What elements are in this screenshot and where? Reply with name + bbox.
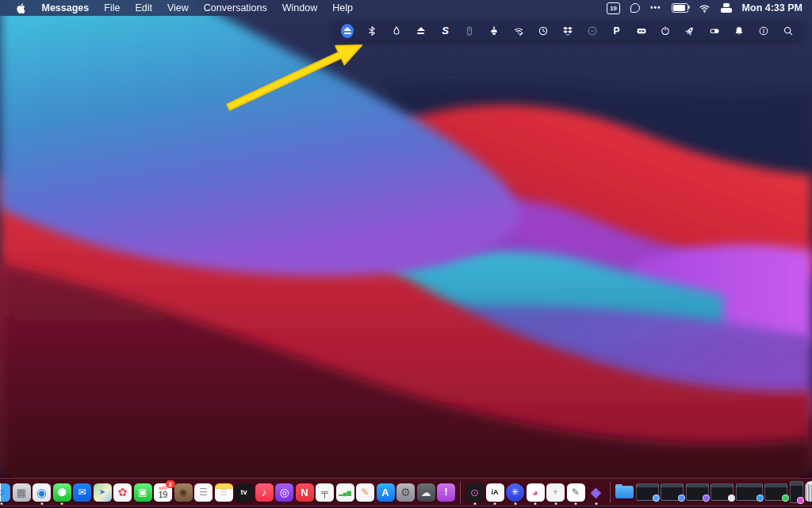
calendar-date-icon[interactable]: 19 [607,2,620,14]
creative-cloud-icon[interactable]: ∞ [586,25,599,37]
running-indicator [534,502,537,505]
pick-icon[interactable] [630,2,640,14]
dock-divider [460,482,461,503]
app-menus: FileEditViewConversationsWindowHelp [97,2,361,13]
dock-photos[interactable]: ✿ [113,483,132,502]
dock-hand-mirror[interactable]: ✳ [506,483,524,502]
dock-minimized-window[interactable] [710,483,733,501]
notifications-bell-icon[interactable] [733,25,745,37]
dock-facetime[interactable]: ▣ [134,483,152,502]
dock-calendar[interactable]: APR193 [154,483,172,502]
dock-hourglass-app[interactable]: ▼ [546,483,565,502]
dock-apple-tv[interactable]: tv [235,483,253,502]
dock-one-switch[interactable]: ⊙ [465,483,484,502]
dropbox-icon[interactable] [561,25,574,37]
dock-minimized-window[interactable] [764,483,787,501]
toggle-switch-icon[interactable] [708,25,721,37]
running-indicator [473,502,476,505]
dock-minimized-window[interactable] [636,483,659,501]
running-indicator [40,502,43,505]
trash-icon [805,483,812,502]
rocket-icon[interactable] [684,25,696,37]
dock-minimized-window[interactable] [686,483,709,501]
running-indicator [61,502,63,505]
menu-bar: Messages FileEditViewConversationsWindow… [0,0,812,16]
eject-icon[interactable] [415,25,427,37]
running-indicator [575,502,577,505]
droplet-icon[interactable] [390,25,403,37]
dock-disk-pie[interactable]: ◕ [527,483,545,502]
svg-text:∞: ∞ [590,28,594,33]
folder-icon [615,486,634,498]
desktop: { "menu_bar": { "active_app": "Messages"… [0,0,812,508]
search-icon[interactable] [782,25,795,37]
power-line-icon[interactable] [757,25,770,37]
menu-extras-bar: S∞P [333,21,802,40]
dock-launchpad[interactable]: ▦ [13,483,31,502]
menu-edit[interactable]: Edit [128,2,160,13]
dock-notepad-app[interactable]: ✎ [567,483,585,502]
dock-podcasts[interactable]: ◎ [275,483,293,502]
cleaner-brush-icon[interactable] [488,25,500,37]
apple-icon [16,2,26,14]
dock-minimized-window[interactable] [736,483,763,501]
running-indicator [0,502,2,505]
dock: ☺▦◉⬤✉➤✿▣APR193◉☰☰tv♪◎N╤▂▄▆✎A⚙☁!⊙iA✳◕▼✎◆ [0,478,812,506]
dock-divider [610,482,611,503]
dock-messages[interactable]: ⬤ [53,483,71,502]
wifi-signal-icon[interactable] [512,25,525,37]
running-indicator [554,502,557,505]
overflow-ellipsis-icon[interactable]: ••• [650,2,661,14]
paste-p-icon[interactable]: P [611,25,623,37]
dock-safari[interactable]: ◉ [33,483,51,502]
battery-icon[interactable] [672,2,688,14]
dock-reminders[interactable]: ☰ [194,483,213,502]
running-indicator [494,502,496,505]
wifi-icon[interactable] [699,2,710,14]
dock-keynote[interactable]: ╤ [316,483,334,502]
mouse-battery-icon[interactable] [463,25,476,37]
dock-obsidian[interactable]: ◆ [587,483,605,502]
dock-app-store[interactable]: A [377,483,395,502]
menu-help[interactable]: Help [325,2,361,13]
bluetooth-icon[interactable] [366,25,378,37]
calendar-badge: 3 [166,480,175,488]
menu-view[interactable]: View [159,2,196,13]
dock-contacts[interactable]: ◉ [174,483,193,502]
dock-ia-writer[interactable]: iA [486,483,504,502]
menu-active-app[interactable]: Messages [34,2,97,13]
stack-icon[interactable] [721,2,732,14]
big-sur-wallpaper [0,0,812,508]
dock-numbers[interactable]: ▂▄▆ [336,483,354,502]
dock-mail[interactable]: ✉ [73,483,91,502]
dock-pages[interactable]: ✎ [356,483,374,502]
dock-trash[interactable] [805,483,812,502]
dock-maps[interactable]: ➤ [94,483,112,502]
running-indicator [595,502,597,505]
apple-menu[interactable] [8,2,34,14]
power-circle-icon[interactable] [659,25,672,37]
dock-minimized-window[interactable] [661,483,684,501]
clock-history-icon[interactable] [537,25,550,37]
menu-window[interactable]: Window [274,2,324,13]
dock-news[interactable]: N [296,483,314,502]
dock-beta-messages[interactable]: ! [437,483,455,502]
dock-cloud-app[interactable]: ☁ [417,483,435,502]
connected-drive-icon[interactable] [341,25,354,37]
menu-clock[interactable]: Mon 4:33 PM [742,2,802,13]
dock-music[interactable]: ♪ [255,483,274,502]
menu-conversations[interactable]: Conversations [196,2,274,13]
dock-minimized-window[interactable] [790,481,803,503]
setapp-icon[interactable]: S [439,25,452,37]
dock-notes[interactable]: ☰ [215,483,233,502]
menu-file[interactable]: File [97,2,128,13]
running-indicator [514,502,516,505]
dock-finder[interactable]: ☺ [0,483,10,502]
screen-recorder-icon[interactable] [635,25,648,37]
dock-system-preferences[interactable]: ⚙ [396,483,415,502]
dock-downloads-folder[interactable] [615,486,634,498]
